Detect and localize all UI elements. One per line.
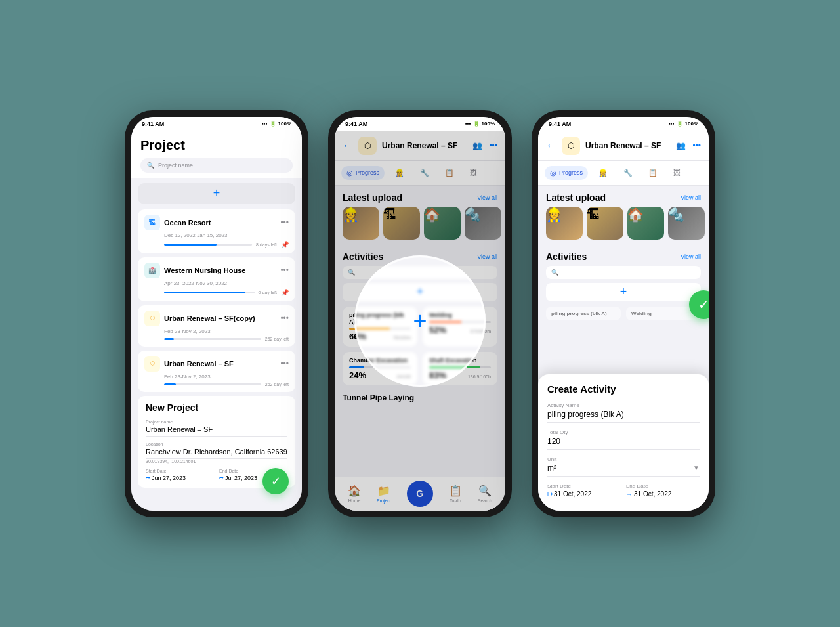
activity-percent: 66% [349, 332, 366, 341]
add-activity-btn[interactable]: + [343, 283, 497, 301]
tab-progress[interactable]: ◎ Progress [341, 166, 385, 180]
more-icon[interactable]: ••• [280, 218, 289, 227]
nav-center-button[interactable]: G [407, 481, 433, 507]
photo-3-1[interactable]: 👷 [546, 207, 583, 240]
photo-3[interactable]: 🏠 [424, 207, 461, 240]
ca-start-date-text: 31 Oct, 2022 [554, 490, 591, 498]
battery-icon-2: 🔋 [473, 121, 480, 127]
location-value[interactable]: Ranchview Dr. Richardson, California 626… [146, 448, 287, 459]
project-icon-nav: 📁 [377, 485, 390, 497]
back-button-3[interactable]: ← [546, 140, 556, 152]
activity-name-value[interactable]: piling progress (Blk A) [547, 410, 700, 423]
nav-todo[interactable]: 📋 To-do [449, 485, 462, 503]
latest-upload-view-all[interactable]: View all [477, 194, 497, 201]
more-options-icon-3[interactable]: ••• [692, 141, 701, 150]
tab-reports-3[interactable]: 📋 [643, 166, 663, 180]
nav-action-icons-3: 👥 ••• [676, 141, 701, 150]
activity-card-chamber[interactable]: Chamber Excavation 24% 24/100 [343, 352, 417, 385]
nav-search[interactable]: 🔍 Search [478, 485, 492, 503]
ca-start-date-field[interactable]: Start Date ↦ 31 Oct, 2022 [547, 483, 621, 498]
list-item[interactable]: 🏥 Western Nursing House ••• Apr 23, 2022… [138, 257, 295, 301]
home-icon: 🏠 [348, 485, 361, 497]
ca-end-date-value: → 31 Oct, 2022 [626, 490, 700, 498]
tab-workers-3[interactable]: 👷 [593, 166, 613, 180]
list-item[interactable]: 🏗 Ocean Resort ••• Dec 12, 2022-Jan 15, … [138, 209, 295, 253]
tab-equipment-3[interactable]: 🔧 [618, 166, 638, 180]
equipment-tab-icon: 🔧 [420, 169, 429, 177]
photo-2[interactable]: 🏗 [383, 207, 420, 240]
tab-bar-3: ◎ Progress 👷 🔧 📋 🖼 [538, 161, 709, 186]
coords: 30.019394, -100.214601 [146, 459, 287, 464]
more-icon[interactable]: ••• [280, 314, 289, 323]
nav-header-2: ← ⬡ Urban Renewal – SF 👥 ••• [335, 131, 505, 161]
total-qty-value[interactable]: 120 [547, 437, 700, 450]
tab-progress-3[interactable]: ◎ Progress [545, 166, 588, 180]
activities-view-all[interactable]: View all [477, 253, 497, 260]
project-date: Dec 12, 2022-Jan 15, 2023 [164, 232, 289, 238]
activities-view-all-3[interactable]: View all [681, 253, 701, 260]
more-icon[interactable]: ••• [280, 266, 289, 275]
start-date-field[interactable]: Start Date ↦ Jun 27, 2023 [146, 469, 214, 481]
unit-select[interactable]: m² ▼ [547, 464, 700, 477]
activity-cards-row1: piling progress (blk A) 66% 78/100m Weld… [335, 307, 505, 352]
status-icons-1: ▪▪▪ 🔋 100% [262, 121, 291, 127]
project-list: 🏗 Ocean Resort ••• Dec 12, 2022-Jan 15, … [131, 209, 302, 392]
search-nav-icon: 🔍 [478, 485, 492, 497]
list-item[interactable]: ⬡ Urban Renewal – SF(copy) ••• Feb 23-No… [138, 305, 295, 347]
gallery-tab-icon-3: 🖼 [673, 169, 681, 177]
activity-search-3[interactable]: 🔍 [546, 266, 701, 279]
photo-4[interactable]: 🔩 [465, 207, 501, 240]
list-item[interactable]: ⬡ Urban Renewal – SF ••• Feb 23-Nov 2, 2… [138, 351, 295, 392]
equipment-tab-icon-3: 🔧 [623, 169, 633, 177]
start-date-arrow: ↦ [146, 475, 150, 481]
activity-progress-bar [429, 366, 491, 368]
tab-workers[interactable]: 👷 [390, 166, 410, 180]
partial-activity-1: piling progress (blk A) [551, 311, 616, 316]
tab-equipment[interactable]: 🔧 [415, 166, 434, 180]
activities-header: Activities View all [335, 245, 505, 266]
activity-search[interactable]: 🔍 [343, 266, 497, 279]
latest-upload-title: Latest upload [343, 192, 402, 203]
project-name-field: Project name Urban Renewal – SF [146, 420, 287, 437]
back-button[interactable]: ← [343, 140, 353, 152]
unit-field: Unit m² ▼ [547, 456, 700, 477]
ca-end-date-field[interactable]: End Date → 31 Oct, 2022 [626, 483, 700, 498]
add-user-icon-3[interactable]: 👥 [676, 141, 686, 150]
activities-title: Activities [343, 251, 383, 262]
latest-upload-view-all-3[interactable]: View all [681, 194, 701, 201]
photo-3-4[interactable]: 🔩 [668, 207, 705, 240]
pin-icon: 📌 [281, 241, 289, 248]
ca-date-range: Start Date ↦ 31 Oct, 2022 End Date → 31 … [547, 483, 700, 498]
add-project-btn[interactable]: + [138, 183, 295, 204]
search-bar-1[interactable]: 🔍 Project name [140, 158, 293, 173]
tab-gallery[interactable]: 🖼 [465, 166, 482, 180]
total-qty-label: Total Qty [547, 429, 700, 435]
activity-qty: 670/600m [471, 329, 491, 334]
add-activity-btn-3[interactable]: + [546, 283, 701, 301]
reports-tab-icon: 📋 [445, 169, 454, 177]
photo-3-3[interactable]: 🏠 [627, 207, 664, 240]
activity-card-title: Chamber Excavation [349, 357, 411, 364]
project-name-value[interactable]: Urban Renewal – SF [146, 425, 287, 437]
photo-3-2[interactable]: 🏗 [587, 207, 623, 240]
tab-reports[interactable]: 📋 [440, 166, 459, 180]
status-icons-2: ▪▪▪ 🔋 100% [465, 121, 495, 127]
todo-icon: 📋 [449, 485, 462, 497]
activity-card-piling[interactable]: piling progress (blk A) 66% 78/100m [343, 307, 417, 347]
add-user-icon[interactable]: 👥 [472, 141, 482, 150]
confirm-button[interactable]: ✓ [262, 468, 289, 494]
location-field: Location Ranchview Dr. Richardson, Calif… [146, 442, 287, 464]
time-1: 9:41 AM [142, 121, 164, 127]
search-icon-1: 🔍 [147, 162, 154, 169]
more-options-icon[interactable]: ••• [489, 141, 497, 150]
more-icon[interactable]: ••• [280, 359, 289, 368]
activities-title-3: Activities [546, 251, 587, 262]
project-date: Feb 23-Nov 2, 2023 [164, 374, 289, 379]
nav-project[interactable]: 📁 Project [377, 485, 391, 503]
activity-card-shaft[interactable]: Shaft Excavation 83% 136.9/165b [423, 352, 497, 385]
activity-percent: 24% [349, 370, 366, 380]
photo-1[interactable]: 👷 [343, 207, 379, 240]
activity-card-welding[interactable]: Welding 52% 670/600m [423, 307, 497, 347]
nav-home[interactable]: 🏠 Home [348, 485, 361, 503]
tab-gallery-3[interactable]: 🖼 [668, 166, 686, 180]
